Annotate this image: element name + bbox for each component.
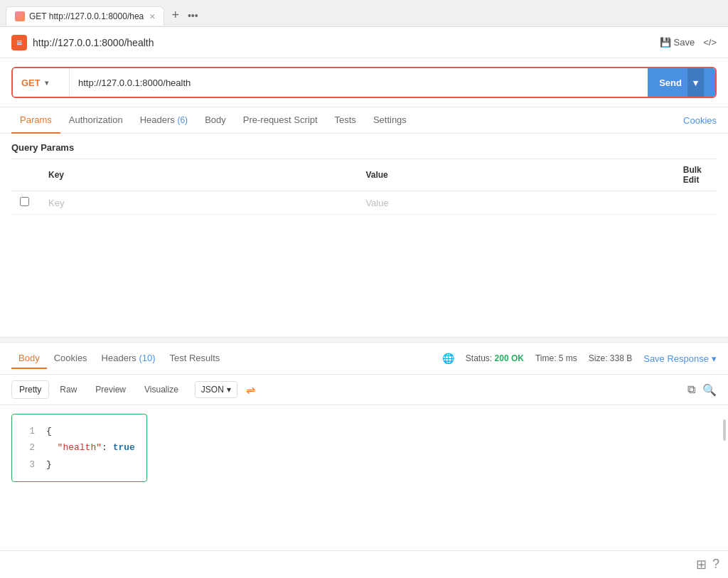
headers-badge: (6) [177,115,188,125]
code-line-2: 2 "health": true [23,439,135,456]
tab-authorization[interactable]: Authorization [60,107,132,134]
code-line-3: 3 } [23,456,135,473]
fmt-tab-raw[interactable]: Raw [52,380,85,399]
method-text: GET [21,77,41,88]
row-extra [675,191,717,215]
format-bar: Pretty Raw Preview Visualize JSON ▾ ⇌ ⧉ … [0,375,728,405]
header-url: http://127.0.0.1:8000/health [33,37,154,48]
tab-pre-request[interactable]: Pre-request Script [235,107,326,134]
resp-tab-body[interactable]: Body [11,348,47,369]
method-arrow-icon: ▾ [45,79,48,87]
code-value: true [113,442,135,453]
filter-icon[interactable]: ⇌ [246,383,255,397]
scroll-handle [723,419,726,441]
url-input[interactable] [70,68,648,97]
browser-tab[interactable]: GET http://127.0.0.1:8000/hea × [6,6,164,26]
resp-tab-cookies[interactable]: Cookies [47,348,95,369]
scrollbar-v[interactable] [722,405,727,491]
status-value: 200 OK [495,353,524,363]
tab-headers[interactable]: Headers (6) [132,107,196,134]
fmt-tab-visualize[interactable]: Visualize [136,380,186,399]
bulk-edit-header[interactable]: Bulk Edit [675,159,717,191]
line-content-2: "health": true [46,439,135,456]
row-checkbox[interactable] [20,197,29,206]
section-divider [0,337,728,343]
check-col-header [11,159,40,191]
fmt-tab-preview[interactable]: Preview [87,380,134,399]
row-check[interactable] [11,191,40,215]
response-body-area: 1 { 2 "health": true 3 } [0,405,728,491]
json-format-select[interactable]: JSON ▾ [195,381,237,398]
table-row: Key Value [11,191,717,215]
save-button[interactable]: 💾 Save [660,37,695,48]
resp-tab-test-results[interactable]: Test Results [163,348,228,369]
status-label: Status: 200 OK [466,353,524,363]
resp-headers-badge: (10) [139,353,155,363]
globe-icon: 🌐 [442,353,454,364]
size-label: Size: 338 B [589,353,632,363]
line-num-2: 2 [23,439,35,456]
save-icon: 💾 [660,37,671,48]
json-select-arrow: ▾ [227,385,231,395]
code-line-1: 1 { [23,423,135,439]
request-tabs: Params Authorization Headers (6) Body Pr… [0,107,728,134]
postman-logo-icon [11,35,27,50]
tab-favicon [15,11,25,21]
resp-tab-headers[interactable]: Headers (10) [95,348,163,369]
line-num-3: 3 [23,456,35,473]
code-block: 1 { 2 "health": true 3 } [11,414,147,482]
tab-tests[interactable]: Tests [326,107,365,134]
params-section: Query Params Key Value Bulk Edit Key Val… [0,134,728,223]
response-status: 🌐 Status: 200 OK Time: 5 ms Size: 338 B … [442,353,717,364]
tab-settings[interactable]: Settings [365,107,415,134]
search-icon[interactable]: 🔍 [702,383,717,397]
code-button[interactable]: </> [703,37,717,48]
header-actions: 💾 Save </> [660,37,717,48]
line-num-1: 1 [23,423,35,439]
fmt-tab-pretty[interactable]: Pretty [11,380,49,399]
url-bar: GET ▾ Send ▾ [11,67,717,98]
key-col-header: Key [40,159,357,191]
tab-params[interactable]: Params [11,107,60,134]
app-logo: http://127.0.0.1:8000/health [11,35,154,50]
request-section: GET ▾ Send ▾ [0,58,728,107]
tab-close-icon[interactable]: × [149,11,155,22]
val-col-header: Value [357,159,674,191]
line-content-3: } [46,456,52,473]
response-tabs: Body Cookies Headers (10) Test Results 🌐… [0,343,728,375]
bottom-bar: ⊞ ? [0,550,728,578]
new-tab-button[interactable]: + [167,6,183,24]
params-title: Query Params [11,142,717,153]
cookies-link[interactable]: Cookies [683,115,717,126]
time-label: Time: 5 ms [535,353,577,363]
save-response-button[interactable]: Save Response ▾ [643,353,717,364]
grid-icon[interactable]: ⊞ [696,557,707,572]
tab-body[interactable]: Body [196,107,235,134]
response-section: Body Cookies Headers (10) Test Results 🌐… [0,343,728,491]
method-selector[interactable]: GET ▾ [13,68,70,97]
save-response-arrow: ▾ [712,353,717,364]
tab-more-button[interactable]: ••• [183,9,203,23]
key-cell[interactable]: Key [40,191,357,215]
params-table: Key Value Bulk Edit Key Value [11,159,717,215]
copy-icon[interactable]: ⧉ [687,383,695,397]
response-icons: ⧉ 🔍 [687,383,717,397]
send-dropdown-icon[interactable]: ▾ [687,68,704,97]
send-button[interactable]: Send ▾ [648,68,715,97]
value-cell[interactable]: Value [357,191,674,215]
line-content-1: { [46,423,52,439]
code-key: "health" [58,442,102,453]
help-icon[interactable]: ? [712,557,719,572]
tab-title: GET http://127.0.0.1:8000/hea [29,11,144,21]
app-header: http://127.0.0.1:8000/health 💾 Save </> [0,27,728,58]
tab-bar: GET http://127.0.0.1:8000/hea × + ••• [0,0,728,27]
